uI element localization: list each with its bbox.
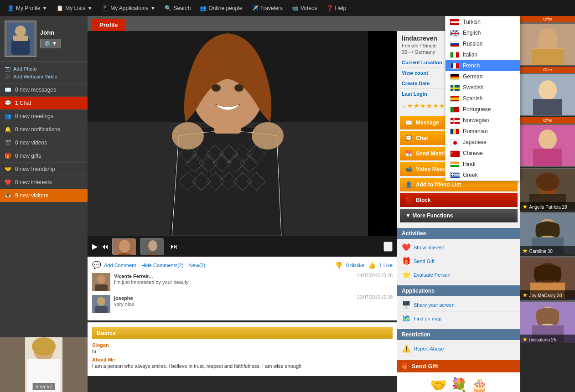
commenter-avatar-1 (92, 273, 110, 291)
lang-german[interactable]: German (445, 71, 520, 82)
flag-de (450, 74, 459, 80)
lang-greek[interactable]: Greek (445, 170, 520, 181)
more-functions-button[interactable]: ▼ More Functions (400, 209, 518, 222)
svg-point-15 (172, 122, 204, 150)
interests-icon: ❤️ (5, 179, 11, 186)
thumbs-up-icon: 👍 (368, 262, 376, 269)
nav-my-lists[interactable]: 📋 My Lists ▼ (53, 3, 96, 13)
profile-tab[interactable]: Profile (92, 19, 125, 31)
lang-japanese[interactable]: Japanese (445, 137, 520, 148)
lang-russian[interactable]: Russian (445, 38, 520, 49)
slogan-value: hi (92, 349, 393, 354)
profile-icon: 👤 (7, 5, 14, 11)
photo-thumb-2[interactable] (140, 238, 163, 254)
right-card-joy[interactable]: ★ Joy MaCauly 30 (520, 256, 575, 299)
menu-videos[interactable]: 🎬 0 new videos (0, 136, 88, 150)
nav-my-applications[interactable]: 📱 My Applications ▼ (98, 3, 159, 13)
chat-icon: 💬 (5, 100, 11, 106)
nav-help[interactable]: ❓ Help (323, 3, 350, 13)
svg-rect-63 (451, 121, 460, 121)
find-on-map-item[interactable]: 🗺️ Find on map (397, 312, 520, 325)
menu-meetings[interactable]: 👥 0 new meetings (0, 110, 88, 123)
evaluate-person-item[interactable]: ⭐ Evaluate Person (397, 268, 520, 282)
lang-turkish[interactable]: Turkish (445, 16, 520, 27)
flag-ru (450, 41, 459, 47)
prev-button[interactable]: ⏮ (101, 242, 109, 251)
svg-point-34 (539, 129, 557, 150)
lang-italian[interactable]: Italian (445, 49, 520, 60)
add-webcam-link[interactable]: 🎥 Add Webcam Video (5, 73, 83, 79)
menu-notifications[interactable]: 🔔 0 new notifications (0, 123, 88, 136)
sidebar-photo-label: Irina 52 (33, 383, 55, 390)
svg-point-25 (97, 297, 105, 306)
meeting-btn-icon: 📅 (405, 150, 412, 157)
lang-spanish[interactable]: Spanish (445, 93, 520, 104)
show-interest-item[interactable]: ❤️ Show interest (397, 241, 520, 254)
send-gift-bar[interactable]: 🎁 Send Gift (397, 360, 520, 372)
right-card-1: Offer (520, 16, 575, 66)
share-screen-item[interactable]: 🖥️ Share your screen (397, 298, 520, 312)
menu-interests[interactable]: ❤️ 0 new interests (0, 176, 88, 189)
gift-item-1: 🤝 (430, 377, 447, 392)
play-button[interactable]: ▶ (92, 242, 98, 251)
nav-online-people[interactable]: 👥 Online people (196, 3, 246, 13)
right-card-caroline[interactable]: ★ Caroline 30 (520, 212, 575, 255)
menu-gifts[interactable]: 🎁 0 new gifts (0, 150, 88, 163)
language-dropdown: Turkish English Russian Italian French G… (445, 16, 520, 181)
nav-search[interactable]: 🔍 Search (161, 3, 194, 13)
report-abuse-item[interactable]: ⚠️ Report Abuse (397, 342, 520, 356)
add-comment-link[interactable]: Add Comment (104, 263, 136, 268)
applications-header: Applications (397, 285, 520, 296)
gear-button[interactable]: ⚙️ ▼ (40, 39, 61, 48)
send-gift-item[interactable]: 🎁 Send Gift (397, 254, 520, 268)
dislike-button[interactable]: 0 dislike (346, 263, 364, 268)
right-card-angella[interactable]: ★ Angella Patricia 28 (520, 168, 575, 211)
block-icon: 🚫 (405, 197, 412, 203)
svg-rect-73 (451, 178, 460, 179)
menu-friendship[interactable]: 🤝 0 new friendship (0, 163, 88, 176)
about-me-label: About Me (92, 357, 393, 362)
create-date-label: Create Date (397, 78, 447, 89)
basics-header: Basics (92, 327, 393, 339)
fullscreen-button[interactable]: ⛶ (383, 242, 393, 252)
lang-chinese[interactable]: Chinese (445, 148, 520, 159)
menu-chat[interactable]: 💬 1 Chat (0, 97, 88, 110)
lang-norwegian[interactable]: Norwegian (445, 115, 520, 126)
menu-messages[interactable]: ✉️ 0 new messages (0, 83, 88, 97)
activities-header: Activities (397, 228, 520, 239)
sidebar-user-photo[interactable]: Irina 52 (0, 337, 88, 392)
lang-hindi[interactable]: Hindi (445, 159, 520, 170)
nav-my-profile[interactable]: 👤 My Profile ▼ (4, 3, 51, 13)
comment-text-2: very nice (114, 301, 393, 307)
right-card-missuluna[interactable]: ★ missuluna 25 (520, 300, 575, 344)
location-label: Current Location (397, 57, 447, 68)
flag-tr (450, 19, 459, 25)
block-button[interactable]: 🚫 Block (400, 193, 518, 207)
lang-swedish[interactable]: Swedish (445, 82, 520, 93)
sidebar-actions: 📷 Add Photo 🎥 Add Webcam Video (0, 62, 88, 83)
lang-romanian[interactable]: Romanian (445, 126, 520, 137)
hide-comments-link[interactable]: Hide Comments(2) (141, 263, 183, 268)
lang-english[interactable]: English (445, 27, 520, 38)
apps-icon: 📱 (102, 5, 109, 11)
nav-travelers[interactable]: ✈️ Travelers (248, 3, 287, 13)
new-comments-link[interactable]: New(2) (189, 263, 205, 268)
like-button[interactable]: 1 Like (379, 263, 393, 268)
star-gold-icon-3: ★ (522, 291, 528, 299)
video-msg-icon: 📹 (405, 166, 412, 172)
nav-videos[interactable]: 📹 Videos (288, 3, 321, 13)
lang-french[interactable]: French (445, 60, 520, 71)
add-photo-link[interactable]: 📷 Add Photo (5, 66, 83, 72)
lang-portuguese[interactable]: Portuguese (445, 104, 520, 115)
svg-rect-66 (451, 151, 460, 157)
profile-scroll: ▶ ⏮ (88, 31, 397, 392)
comment-row: 24/07/2015 23:28 Vicente Ferreir... I'm … (92, 273, 393, 291)
svg-point-22 (97, 275, 105, 284)
flag-hi (450, 161, 459, 167)
visitors-icon: 👁️ (5, 192, 11, 199)
profile-photo-area: ▶ ⏮ (88, 31, 397, 257)
next-button[interactable]: ⏭ (171, 242, 178, 251)
right-card-2: Offer (520, 67, 575, 116)
menu-visitors[interactable]: 👁️ 9 new visitors (0, 189, 88, 202)
photo-thumb-1[interactable] (112, 238, 135, 254)
